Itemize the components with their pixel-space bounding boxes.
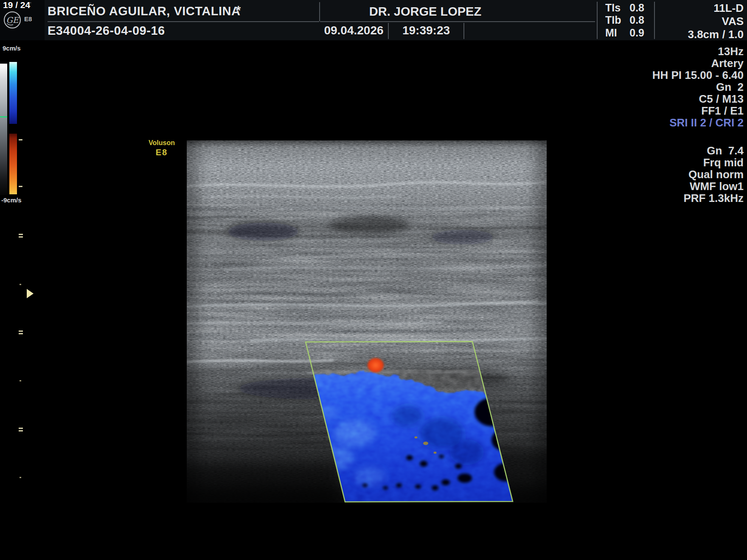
param-filter-enhance: FF1 / E1 <box>652 105 744 117</box>
param-harmonics: HH PI 15.00 - 6.40 <box>652 69 744 81</box>
b-mode-parameters: 13Hz Artery HH PI 15.00 - 6.40 Gn 2 C5 /… <box>652 45 744 129</box>
ultrasound-image-area[interactable] <box>187 140 547 503</box>
param-contrast-map: C5 / M13 <box>652 93 744 105</box>
patient-name: BRICEÑO AGUILAR, VICTALINA <box>48 4 240 18</box>
graymap-marker <box>0 116 7 118</box>
exam-date: 09.04.2026 <box>319 22 388 39</box>
probe-model: 11L-D <box>656 2 744 15</box>
param-preset: Artery <box>652 57 744 69</box>
exam-id: E34004-26-04-09-16 <box>48 24 165 38</box>
index-tib: TIb 0.8 <box>598 14 653 26</box>
header-bar: 19 / 24 ™ GE E8 BRICEÑO AGUILAR, VICTALI… <box>0 0 747 40</box>
velocity-scale-min: -9cm/s <box>1 196 22 204</box>
index-mi: MI 0.9 <box>598 27 653 39</box>
depth-tick <box>20 284 21 285</box>
grayscale-bar <box>0 64 7 195</box>
depth-tick <box>19 139 22 140</box>
depth-tick <box>20 477 21 478</box>
index-value: 0.8 <box>629 2 644 14</box>
param-wall-motion-filter: WMF low1 <box>683 180 744 192</box>
depth-tick <box>19 234 23 238</box>
doppler-scale-away <box>9 134 17 194</box>
param-gain: Gn 2 <box>652 81 744 93</box>
image-counter: 19 / 24 <box>3 0 30 10</box>
index-label: TIb <box>605 14 621 26</box>
depth-tick <box>19 428 23 431</box>
header-divider <box>320 21 595 22</box>
param-frame-rate: 13Hz <box>652 45 744 57</box>
header-divider <box>319 2 320 21</box>
svg-text:GE: GE <box>6 15 19 25</box>
color-mode-parameters: Gn 7.4 Frq mid Qual norm WMF low1 PRF 1.… <box>683 145 744 204</box>
acoustic-indices: TIs 0.8 TIb 0.8 MI 0.9 <box>598 2 653 39</box>
ge-logo-icon: GE <box>3 11 21 29</box>
red-flow-blob <box>368 358 384 372</box>
probe-depth-zoom: 3.8cm / 1.0 <box>656 28 744 41</box>
ultrasound-screen: 19 / 24 ™ GE E8 BRICEÑO AGUILAR, VICTALI… <box>0 0 747 560</box>
index-value: 0.8 <box>629 14 644 26</box>
ultrasound-image <box>187 140 547 503</box>
header-divider <box>597 2 598 39</box>
header-divider <box>654 2 655 39</box>
param-color-gain: Gn 7.4 <box>683 145 744 157</box>
exam-time: 19:39:23 <box>388 22 464 39</box>
doppler-scale-toward <box>9 62 17 124</box>
focus-marker-icon <box>27 289 34 298</box>
probe-preset: VAS <box>656 15 744 28</box>
brand-watermark-model: E8 <box>140 148 183 157</box>
param-prf: PRF 1.3kHz <box>683 192 744 204</box>
physician-name: DR. JORGE LOPEZ <box>319 2 531 21</box>
patient-flag: * <box>236 3 241 17</box>
header-divider <box>48 21 319 22</box>
depth-tick <box>20 380 21 381</box>
velocity-scale-max: 9cm/s <box>3 45 21 52</box>
index-tis: TIs 0.8 <box>598 2 653 14</box>
header-divider <box>463 23 464 39</box>
param-sri-cri: SRI II 2 / CRI 2 <box>652 117 744 129</box>
index-label: MI <box>605 27 617 39</box>
brand-watermark: Voluson <box>140 139 183 147</box>
header-divider <box>388 23 389 39</box>
system-badge: E8 <box>24 15 32 22</box>
param-color-frequency: Frq mid <box>683 157 744 168</box>
param-color-quality: Qual norm <box>683 168 744 180</box>
depth-tick <box>19 330 23 334</box>
depth-tick <box>19 186 22 187</box>
probe-info: 11L-D VAS 3.8cm / 1.0 <box>656 2 744 39</box>
index-label: TIs <box>605 2 621 14</box>
index-value: 0.9 <box>629 27 644 39</box>
